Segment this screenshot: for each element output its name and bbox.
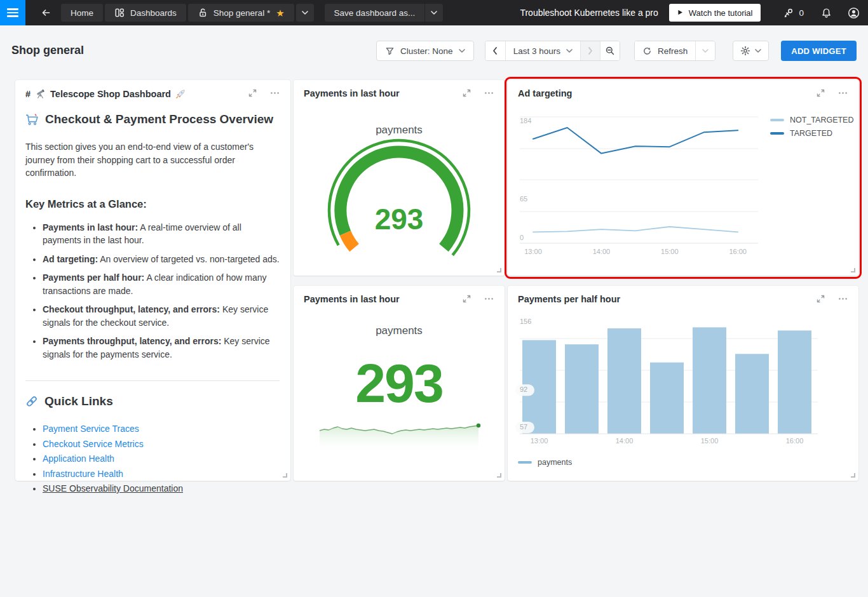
tab-home-label: Home xyxy=(71,8,93,18)
svg-text:184: 184 xyxy=(520,117,531,124)
quick-link[interactable]: Infrastructure Health xyxy=(43,469,123,479)
refresh-label: Refresh xyxy=(658,46,688,56)
quick-links-heading: Quick Links xyxy=(25,394,280,408)
resize-handle[interactable] xyxy=(283,473,287,478)
quick-link-item: Checkout Service Metrics xyxy=(43,439,280,450)
back-icon[interactable] xyxy=(41,8,51,18)
time-range-label: Last 3 hours xyxy=(513,46,560,56)
expand-widget-icon[interactable] xyxy=(248,88,257,98)
favorite-star-icon[interactable]: ★ xyxy=(276,8,284,18)
quick-links-list: Payment Service TracesCheckout Service M… xyxy=(25,424,280,494)
metric-bullet: Checkout throughput, latency, and errors… xyxy=(43,303,280,329)
widget-payments-gauge: Payments in last hour payments 293 xyxy=(294,80,505,276)
hamburger-menu-button[interactable] xyxy=(0,0,25,25)
cluster-filter-label: Cluster: None xyxy=(400,46,453,56)
dashboard-tabs: Home Dashboards Shop general * ★ xyxy=(61,4,314,22)
legend-swatch xyxy=(770,132,784,135)
number-value: 293 xyxy=(294,351,505,415)
svg-text:16:00: 16:00 xyxy=(786,437,804,445)
payments-sparkline[interactable] xyxy=(317,413,482,456)
svg-text:15:00: 15:00 xyxy=(661,248,679,255)
number-metric-label: payments xyxy=(294,325,505,337)
legend-item[interactable]: NOT_TARGETED xyxy=(770,116,853,124)
funnel-icon xyxy=(385,46,395,56)
chevron-down-icon xyxy=(566,49,573,53)
svg-text:13:00: 13:00 xyxy=(531,437,548,445)
resize-handle[interactable] xyxy=(851,473,855,478)
metric-bullet: Ad targeting: An overview of targeted vs… xyxy=(43,253,280,266)
markdown-heading: Checkout & Payment Process Overview xyxy=(25,112,280,126)
telescope-icon xyxy=(35,88,46,99)
quick-link[interactable]: SUSE Observability Documentation xyxy=(43,483,183,493)
quick-link[interactable]: Application Health xyxy=(43,453,114,464)
save-dashboard-chevron[interactable] xyxy=(425,4,443,22)
legend-swatch xyxy=(770,119,784,122)
refresh-interval-chevron[interactable] xyxy=(695,41,715,60)
save-dashboard-as-button[interactable]: Save dashboard as... xyxy=(325,4,425,22)
markdown-intro: This section gives you an end-to-end vie… xyxy=(25,140,280,180)
watch-tutorial-button[interactable]: Watch the tutorial xyxy=(669,4,761,22)
expand-widget-icon[interactable] xyxy=(462,294,471,304)
payments-bar-chart[interactable]: 156925713:0014:0015:0016:00 xyxy=(508,286,858,481)
quick-link[interactable]: Checkout Service Metrics xyxy=(43,439,144,449)
widget-payments-per-half-hour: Payments per half hour 156925713:0014:00… xyxy=(508,286,858,481)
ad-targeting-legend: NOT_TARGETEDTARGETED xyxy=(770,116,853,138)
resize-handle[interactable] xyxy=(851,268,855,272)
metric-bullet: Payments per half hour: A clear indicati… xyxy=(43,271,280,297)
legend-label: TARGETED xyxy=(790,129,832,138)
pin-count: 0 xyxy=(799,8,804,18)
svg-text:13:00: 13:00 xyxy=(524,248,542,255)
legend-item[interactable]: TARGETED xyxy=(770,129,853,138)
legend-label: NOT_TARGETED xyxy=(790,116,853,124)
widget-menu-icon[interactable] xyxy=(484,294,494,304)
legend-swatch xyxy=(518,461,532,464)
svg-text:65: 65 xyxy=(520,195,527,203)
widget-markdown-overview: # Telescope Shop Dashboard Checkout & Pa… xyxy=(15,80,290,481)
play-icon xyxy=(677,10,683,17)
time-back-button[interactable] xyxy=(485,41,505,60)
chevron-down-icon xyxy=(755,49,761,53)
tab-dashboards-label: Dashboards xyxy=(130,8,177,18)
svg-text:14:00: 14:00 xyxy=(616,437,634,445)
svg-text:0: 0 xyxy=(520,234,524,241)
widget-title: # Telescope Shop Dashboard xyxy=(25,88,186,99)
tab-overflow-chevron[interactable] xyxy=(296,4,314,22)
key-metrics-list: Payments in last hour: A real-time overv… xyxy=(25,221,280,361)
metric-bullet: Payments throughput, latency, and errors… xyxy=(43,335,280,361)
time-range-button[interactable]: Last 3 hours xyxy=(505,41,580,60)
header-controls: Cluster: None Last 3 hours Refresh ADD W… xyxy=(376,41,857,61)
user-avatar[interactable] xyxy=(848,7,860,19)
resize-handle[interactable] xyxy=(497,268,501,272)
widget-ad-targeting: Ad targeting 18465013:0014:0015:0016:00 … xyxy=(508,80,858,276)
cluster-filter-button[interactable]: Cluster: None xyxy=(376,41,474,61)
svg-text:14:00: 14:00 xyxy=(593,248,611,255)
widget-menu-icon[interactable] xyxy=(269,88,280,98)
resize-handle[interactable] xyxy=(497,473,501,478)
pin-icon xyxy=(783,8,794,18)
tab-dashboards[interactable]: Dashboards xyxy=(105,4,186,22)
refresh-button[interactable]: Refresh xyxy=(635,41,695,60)
zoom-out-time-button[interactable] xyxy=(600,41,620,60)
payments-gauge-chart[interactable] xyxy=(294,80,505,276)
quick-link-item: Application Health xyxy=(43,453,280,464)
notifications-bell-icon[interactable] xyxy=(821,8,832,18)
ad-targeting-line-chart[interactable]: 18465013:0014:0015:0016:00 xyxy=(508,80,858,276)
tab-shop-general-label: Shop general * xyxy=(214,8,270,18)
save-dashboard-as-label: Save dashboard as... xyxy=(334,8,416,18)
refresh-group: Refresh xyxy=(634,41,715,61)
quick-link[interactable]: Payment Service Traces xyxy=(43,424,139,434)
rocket-icon xyxy=(175,88,186,99)
pinned-items-button[interactable]: 0 xyxy=(783,8,804,18)
time-forward-button[interactable] xyxy=(580,41,600,60)
page-title: Shop general xyxy=(11,44,84,57)
bar-chart-legend: payments xyxy=(518,458,572,467)
legend-item[interactable]: payments xyxy=(518,458,572,467)
dashboards-icon xyxy=(114,8,125,18)
time-range-group: Last 3 hours xyxy=(485,41,620,61)
tab-home[interactable]: Home xyxy=(61,4,103,22)
tab-shop-general[interactable]: Shop general * ★ xyxy=(188,4,294,22)
dashboard-settings-button[interactable] xyxy=(733,41,769,61)
add-widget-button[interactable]: ADD WIDGET xyxy=(781,41,857,61)
watch-tutorial-label: Watch the tutorial xyxy=(689,8,753,18)
chevron-down-icon xyxy=(459,49,465,53)
